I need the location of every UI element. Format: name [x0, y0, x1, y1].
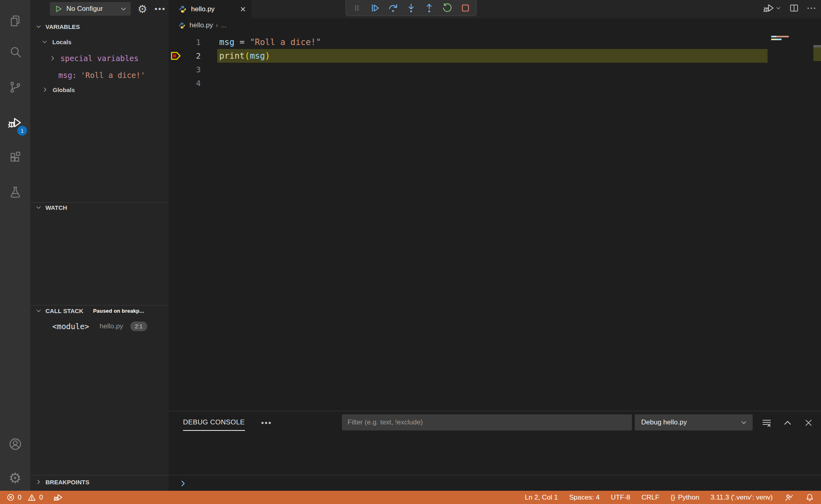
close-panel-icon[interactable] [802, 417, 815, 429]
warning-icon [27, 493, 36, 502]
restart-button[interactable] [440, 1, 454, 15]
notifications-bell-icon[interactable] [805, 493, 815, 502]
special-variables-label: special variables [60, 54, 138, 63]
console-input-row[interactable] [169, 475, 821, 491]
problems-status[interactable]: 0 0 [6, 493, 43, 502]
activity-run-and-debug[interactable]: 1 [0, 109, 30, 136]
stop-button[interactable] [459, 1, 472, 15]
chevron-down-icon [41, 38, 48, 45]
eol-sequence[interactable]: CRLF [642, 494, 659, 502]
frame-name: <module> [52, 322, 89, 331]
breadcrumb-separator: › [216, 21, 218, 29]
maximize-panel-icon[interactable] [782, 417, 794, 429]
line-number: 4 [169, 76, 201, 90]
gear-icon: ⚙ [8, 471, 21, 486]
code-line-4[interactable]: 4 [169, 76, 821, 90]
activity-accounts[interactable] [0, 430, 30, 458]
activity-extensions[interactable] [0, 143, 30, 171]
current-line-highlight [217, 49, 768, 63]
line-number: 2 [169, 49, 201, 63]
watch-section-header[interactable]: WATCH [35, 204, 67, 211]
tab-debug-console[interactable]: DEBUG CONSOLE [183, 418, 245, 431]
variables-globals-row[interactable]: Globals [41, 86, 75, 93]
cursor-position[interactable]: Ln 2, Col 1 [525, 494, 558, 502]
watch-title: WATCH [45, 204, 67, 211]
special-variables-row[interactable]: special variables [49, 54, 138, 63]
indentation[interactable]: Spaces: 4 [569, 494, 600, 502]
debug-settings-gear-icon[interactable]: ⚙ [136, 2, 149, 15]
code-line-2[interactable]: 2 print(msg) [169, 49, 821, 63]
activity-bar: 1 ⚙ [0, 0, 30, 491]
activity-testing[interactable] [0, 178, 30, 206]
section-divider [30, 202, 169, 203]
debug-status-icon[interactable] [53, 492, 64, 502]
sidebar-more-actions-icon[interactable]: ••• [153, 2, 167, 15]
split-editor-icon[interactable] [789, 3, 799, 13]
code-line-1[interactable]: 1 msg = "Roll a dice!" [169, 35, 821, 49]
activity-source-control[interactable] [0, 74, 30, 101]
call-stack-frame-row[interactable]: <module> hello.py 2:1 [52, 322, 147, 331]
variables-title: VARIABLES [45, 23, 80, 30]
line-number: 3 [169, 63, 201, 76]
tab-title: hello.py [191, 5, 215, 13]
step-into-button[interactable] [404, 1, 418, 15]
clear-console-icon[interactable] [761, 417, 773, 429]
tab-hello-py[interactable]: hello.py × [169, 0, 251, 18]
debug-console-panel: DEBUG CONSOLE ••• Debug hello.py [169, 411, 821, 491]
activity-explorer[interactable] [0, 7, 30, 35]
breadcrumb: hello.py › ... [178, 18, 226, 32]
run-or-debug-icon[interactable] [763, 2, 782, 14]
activity-settings[interactable]: ⚙ [0, 465, 30, 492]
language-label: Python [678, 494, 700, 502]
more-actions-icon[interactable]: ⋯ [807, 2, 817, 14]
code-line-3[interactable]: 3 [169, 63, 821, 76]
variables-locals-row[interactable]: Locals [41, 38, 72, 45]
extensions-icon [8, 150, 22, 164]
breadcrumb-file[interactable]: hello.py [189, 21, 213, 29]
variable-value: 'Roll a dice!' [81, 71, 145, 80]
minimap-code-line [771, 39, 782, 40]
account-icon [8, 437, 23, 451]
frame-file: hello.py [100, 322, 123, 330]
line-number: 1 [169, 35, 201, 49]
chevron-down-icon [740, 418, 748, 426]
chevron-down-icon [35, 204, 42, 211]
breadcrumb-symbol[interactable]: ... [221, 21, 226, 29]
debug-session-select[interactable]: Debug hello.py [635, 414, 753, 430]
encoding[interactable]: UTF-8 [611, 494, 630, 502]
frame-position-badge: 2:1 [130, 322, 147, 331]
call-stack-section-header[interactable]: CALL STACK Paused on breakp... [35, 307, 144, 314]
git-branch-icon [8, 80, 22, 94]
chevron-down-icon [119, 5, 128, 13]
editor-group: hello.py × [169, 0, 821, 411]
search-icon [8, 45, 22, 59]
error-icon [6, 493, 15, 502]
python-icon [178, 5, 187, 14]
debug-config-dropdown[interactable]: No Configur [50, 2, 131, 16]
drag-grip-icon[interactable] [350, 1, 364, 15]
section-divider [30, 305, 169, 305]
panel-more-actions-icon[interactable]: ••• [261, 418, 272, 428]
call-stack-title: CALL STACK [45, 307, 83, 314]
minimap-code-line [771, 36, 789, 37]
feedback-icon[interactable] [784, 493, 794, 502]
debug-toolbar [346, 0, 477, 16]
step-out-button[interactable] [422, 1, 436, 15]
breakpoints-title: BREAKPOINTS [45, 479, 89, 486]
python-interpreter[interactable]: 3.11.3 ('.venv': venv) [710, 494, 773, 502]
chevron-right-icon [41, 86, 49, 93]
chevron-down-icon [35, 307, 42, 314]
breakpoints-section-header[interactable]: BREAKPOINTS [35, 478, 89, 486]
debug-config-label: No Configur [66, 5, 103, 13]
braces-icon: {} [671, 494, 675, 502]
step-over-button[interactable] [386, 1, 400, 15]
msg-variable-row[interactable]: msg: 'Roll a dice!' [58, 71, 145, 80]
variables-section-header[interactable]: VARIABLES [35, 23, 80, 30]
console-filter-input[interactable] [342, 414, 632, 430]
language-mode[interactable]: {} Python [671, 494, 699, 502]
close-tab-icon[interactable]: × [240, 4, 246, 14]
continue-button[interactable] [368, 1, 382, 15]
code-view[interactable]: 1 msg = "Roll a dice!" 2 print(msg) 3 4 [169, 35, 821, 90]
activity-search[interactable] [0, 39, 30, 66]
variable-name: msg: [58, 71, 77, 80]
